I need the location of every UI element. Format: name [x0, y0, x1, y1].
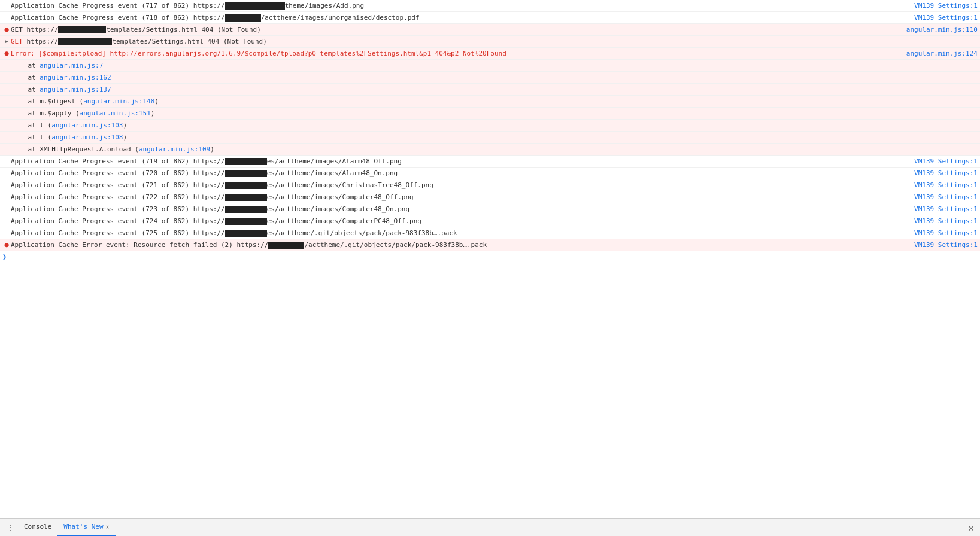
stack-line: at angular.min.js:137 — [0, 84, 980, 96]
stack-text: at angular.min.js:162 — [12, 72, 980, 83]
log-text: Application Cache Progress event (717 of… — [11, 1, 909, 11]
log-text: Application Cache Progress event (718 of… — [11, 13, 909, 23]
stack-line: at t (angular.min.js:108) — [0, 132, 980, 144]
stack-text: at m.$digest (angular.min.js:148) — [12, 96, 980, 106]
log-icon — [2, 168, 11, 178]
stack-line: at m.$apply (angular.min.js:151) — [0, 108, 980, 120]
tab-console-label: Console — [24, 523, 51, 531]
error-group-row: ▶ GET https://templates/Settings.html 40… — [0, 36, 980, 48]
tab-bar: ⋮ Console What's New ✕ — [0, 519, 116, 536]
tab-close-icon[interactable]: ✕ — [106, 523, 110, 530]
close-panel-button[interactable]: ✕ — [968, 522, 974, 534]
log-source — [969, 36, 978, 47]
log-source[interactable]: VM139 Settings:1 — [909, 13, 978, 23]
expand-icon[interactable]: ▶ — [2, 36, 11, 47]
log-source[interactable]: VM139 Settings:1 — [909, 228, 978, 238]
cache-error-row: ● Application Cache Error event: Resourc… — [0, 239, 980, 251]
bottom-content — [0, 262, 980, 536]
stack-text: at XMLHttpRequest.A.onload (angular.min.… — [12, 144, 980, 154]
log-text: Application Cache Progress event (723 of… — [11, 204, 909, 214]
log-source[interactable]: VM139 Settings:1 — [909, 204, 978, 214]
log-row: Application Cache Progress event (720 of… — [0, 168, 980, 179]
stack-line: at XMLHttpRequest.A.onload (angular.min.… — [0, 144, 980, 156]
log-text: Error: [$compile:tpload] http://errors.a… — [11, 48, 902, 59]
log-text: Application Cache Progress event (725 of… — [11, 228, 909, 238]
stack-text: at l (angular.min.js:103) — [12, 120, 980, 130]
tab-menu-icon[interactable]: ⋮ — [2, 523, 18, 532]
stack-text: at t (angular.min.js:108) — [12, 132, 980, 142]
log-row: Application Cache Progress event (725 of… — [0, 227, 980, 239]
log-row: Application Cache Progress event (724 of… — [0, 215, 980, 227]
log-source[interactable]: VM139 Settings:1 — [909, 240, 978, 250]
console-panel: Application Cache Progress event (717 of… — [0, 0, 980, 536]
log-source[interactable]: VM139 Settings:1 — [909, 216, 978, 226]
get-error-row: ● GET https://templates/Settings.html 40… — [0, 24, 980, 36]
log-source[interactable]: angular.min.js:124 — [902, 48, 978, 59]
log-text: GET https://templates/Settings.html 404 … — [11, 25, 902, 35]
log-row: Application Cache Progress event (718 of… — [0, 12, 980, 24]
stack-line: at angular.min.js:162 — [0, 72, 980, 84]
error-detail-row: ● Error: [$compile:tpload] http://errors… — [0, 48, 980, 60]
stack-text: at angular.min.js:7 — [12, 60, 980, 71]
stack-line: at l (angular.min.js:103) — [0, 120, 980, 132]
log-text: Application Cache Progress event (724 of… — [11, 216, 909, 226]
log-row: Application Cache Progress event (721 of… — [0, 179, 980, 191]
log-icon — [2, 1, 11, 11]
stack-text: at angular.min.js:137 — [12, 84, 980, 95]
log-text: Application Cache Error event: Resource … — [11, 240, 909, 250]
log-text: Application Cache Progress event (722 of… — [11, 192, 909, 202]
prompt-row[interactable]: ❯ — [0, 251, 980, 262]
log-text: Application Cache Progress event (719 of… — [11, 156, 909, 166]
prompt-icon: ❯ — [2, 252, 7, 261]
error-icon: ● — [2, 25, 11, 35]
log-row: Application Cache Progress event (723 of… — [0, 203, 980, 215]
log-icon — [2, 192, 11, 202]
log-source[interactable]: VM139 Settings:1 — [909, 192, 978, 202]
tab-whats-new-label: What's New — [63, 523, 103, 531]
log-icon — [2, 228, 11, 238]
log-icon — [2, 216, 11, 226]
error-icon: ● — [2, 48, 11, 59]
log-area: Application Cache Progress event (717 of… — [0, 0, 980, 262]
log-row: Application Cache Progress event (719 of… — [0, 156, 980, 168]
log-row: Application Cache Progress event (717 of… — [0, 0, 980, 12]
log-icon — [2, 13, 11, 23]
tab-console[interactable]: Console — [18, 519, 57, 536]
log-source[interactable]: angular.min.js:110 — [902, 25, 978, 35]
log-source[interactable]: VM139 Settings:1 — [909, 180, 978, 190]
bottom-bar: ⋮ Console What's New ✕ ✕ — [0, 518, 980, 536]
log-text: GET https://templates/Settings.html 404 … — [11, 36, 969, 47]
tab-whats-new[interactable]: What's New ✕ — [57, 519, 115, 536]
stack-line: at m.$digest (angular.min.js:148) — [0, 96, 980, 108]
log-icon — [2, 156, 11, 166]
error-icon: ● — [2, 240, 11, 250]
stack-line: at angular.min.js:7 — [0, 60, 980, 72]
log-source[interactable]: VM139 Settings:1 — [909, 168, 978, 178]
log-row: Application Cache Progress event (722 of… — [0, 191, 980, 203]
stack-text: at m.$apply (angular.min.js:151) — [12, 108, 980, 118]
log-source[interactable]: VM139 Settings:1 — [909, 156, 978, 166]
log-text: Application Cache Progress event (720 of… — [11, 168, 909, 178]
log-icon — [2, 204, 11, 214]
log-icon — [2, 180, 11, 190]
log-text: Application Cache Progress event (721 of… — [11, 180, 909, 190]
log-source[interactable]: VM139 Settings:1 — [909, 1, 978, 11]
